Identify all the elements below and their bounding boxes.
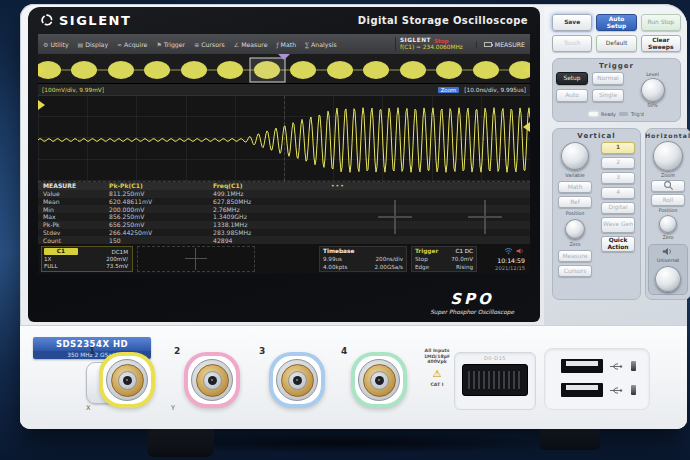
empty-channel-slot[interactable] — [137, 246, 255, 272]
measure-button[interactable]: Measure — [558, 250, 592, 262]
channel2-axis-label: Y — [171, 404, 175, 412]
horizontal-position-knob[interactable] — [659, 215, 677, 233]
timebase-title: Timebase — [323, 248, 354, 254]
scale-value: 200mV/ — [81, 256, 130, 262]
usb-port-bottom — [561, 383, 603, 397]
main-waveform-area[interactable] — [38, 96, 530, 182]
atten-value: 1X — [44, 256, 78, 262]
vertical-position-label: Position — [566, 211, 585, 216]
quick-action-button[interactable]: Quick Action — [601, 236, 635, 252]
horizontal-scale-knob[interactable] — [653, 141, 683, 171]
zoom-tag: Zoom — [438, 87, 460, 93]
usb-icon — [609, 386, 623, 395]
trigger-slope: Rising — [456, 264, 473, 270]
cal-contact — [631, 361, 636, 371]
channel-4-button[interactable]: 4 — [601, 187, 635, 199]
channel1-status-box[interactable]: C1 DC1M 1X 200mV/ FULL 73.5mV — [41, 246, 133, 272]
roll-button[interactable]: Roll — [651, 194, 685, 206]
burst-waveform — [38, 54, 530, 84]
trigger-status-box[interactable]: TriggerC1 DC Stop70.0mV EdgeRising — [411, 246, 477, 272]
acquire-icon: ≈ — [117, 41, 122, 48]
digital-connector-label: D0-D15 — [455, 355, 535, 361]
menu-cursors[interactable]: ⊕Cursors — [194, 41, 225, 48]
trigger-level-pct: 50% — [647, 103, 658, 108]
ready-label: Ready — [601, 112, 616, 117]
channel-1-button[interactable]: 1 — [601, 142, 635, 154]
timebase-scale: 200ns/div — [376, 256, 403, 262]
ground-contact — [631, 385, 636, 395]
trigger-level-marker[interactable] — [523, 122, 530, 132]
digital-button[interactable]: Digital — [601, 202, 635, 214]
more-measurements[interactable]: ••• — [331, 182, 345, 189]
lcd-screen: ⚙Utility ▤Display ≈Acquire ⚑Trigger ⊕Cur… — [38, 34, 530, 274]
table-row: Value811.250mV499.1MHz — [38, 190, 530, 198]
timebase-rate: 2.00GSa/s — [374, 264, 403, 270]
menu-acquire[interactable]: ≈Acquire — [117, 41, 147, 48]
timebase-box[interactable]: Timebase 9.99us200ns/div 4.00kpts2.00GSa… — [319, 246, 407, 272]
horizontal-group: Horizontal Zoom Roll Position Zero Unive… — [645, 128, 690, 300]
table-row: Max856.250mV1.3409GHz — [38, 213, 530, 221]
add-measurement-slot[interactable] — [378, 200, 412, 234]
menu-math[interactable]: ƒMath — [276, 41, 296, 48]
screen-brand-block: SIGLENTStop f(C1) = 234.0060MHz — [395, 37, 467, 50]
menu-trigger[interactable]: ⚑Trigger — [156, 41, 185, 48]
col-pkpk[interactable]: Pk-Pk(C1) — [109, 182, 213, 189]
trigger-setup-button[interactable]: Setup — [556, 72, 588, 85]
menu-measure[interactable]: ∠Measure — [234, 41, 268, 48]
trigger-group-title: Trigger — [556, 62, 677, 70]
table-row: Pk-Pk656.250mV1338.1MHz — [38, 221, 530, 229]
wave-gen-button[interactable]: Wave Gen — [601, 217, 635, 233]
trigger-normal-button[interactable]: Normal — [592, 72, 624, 85]
trigger-auto-button[interactable]: Auto — [556, 89, 588, 102]
menu-utility[interactable]: ⚙Utility — [43, 41, 69, 48]
brand-name: SIGLENT — [59, 13, 131, 28]
ready-led — [589, 112, 598, 116]
vertical-scale-knob[interactable] — [561, 142, 589, 170]
default-button[interactable]: Default — [596, 35, 636, 52]
menu-display[interactable]: ▤Display — [78, 41, 108, 48]
measure-menu-button[interactable]: MEASURE — [476, 41, 525, 48]
usb-icon — [609, 362, 623, 371]
channel1-offset-marker[interactable] — [38, 100, 45, 110]
horizontal-zero-label: Zero — [662, 235, 673, 240]
bezel-title: Digital Storage Oscilloscope — [358, 15, 528, 26]
cursors-button[interactable]: Cursors — [558, 265, 592, 277]
auto-setup-button[interactable]: Auto Setup — [596, 14, 636, 31]
gear-icon: ⚙ — [43, 41, 48, 48]
bnc-channel-3 — [269, 352, 325, 408]
offset-value: 73.5mV — [81, 263, 130, 269]
front-panel: SDS2354X HD 350 MHz 2 GSa/s 1 2 3 4 X Y … — [20, 325, 687, 429]
analysis-icon: ∑ — [305, 41, 309, 48]
run-stop-button[interactable]: Run Stop — [641, 14, 681, 31]
channel-3-button[interactable]: 3 — [601, 172, 635, 184]
digital-connector-socket — [462, 364, 528, 396]
zoom-selection-box[interactable] — [250, 58, 285, 82]
channel2-number: 2 — [174, 346, 180, 356]
col-freq[interactable]: Freq(C1) — [213, 182, 317, 189]
touch-button[interactable]: Touch — [552, 35, 592, 52]
add-measurement-slot[interactable] — [468, 200, 502, 234]
table-row: Min200.000mV2.76MHz — [38, 205, 530, 213]
vertical-group-title: Vertical — [556, 132, 637, 140]
trigger-source: C1 DC — [456, 248, 473, 254]
ref-button[interactable]: Ref — [558, 196, 592, 208]
wifi-icon — [504, 247, 513, 255]
channel-2-button[interactable]: 2 — [601, 157, 635, 169]
math-button[interactable]: Math — [558, 181, 592, 193]
zoom-button[interactable] — [651, 180, 685, 192]
universal-knob[interactable] — [655, 266, 681, 292]
scale-label-row: [100mV/div, 9.99mV] Zoom [10.0ns/div, 9.… — [38, 84, 530, 96]
trigger-level-knob[interactable] — [641, 78, 665, 102]
save-button[interactable]: Save — [552, 14, 592, 31]
measure-icon: ∠ — [234, 41, 239, 48]
clear-sweeps-button[interactable]: Clear Sweeps — [641, 35, 681, 52]
clock-box: 10:14:59 2021/12/15 — [481, 246, 527, 272]
digital-connector: D0-D15 — [454, 352, 536, 410]
menu-analysis[interactable]: ∑Analysis — [305, 41, 337, 48]
vertical-position-knob[interactable] — [565, 219, 585, 239]
trigger-type: Edge — [415, 264, 429, 270]
channel1-chip[interactable]: C1 — [44, 248, 78, 255]
trigger-single-button[interactable]: Single — [592, 89, 624, 102]
zoom-overview-strip[interactable] — [38, 54, 530, 84]
spo-tagline: Super Phosphor Oscilloscope — [430, 309, 514, 315]
